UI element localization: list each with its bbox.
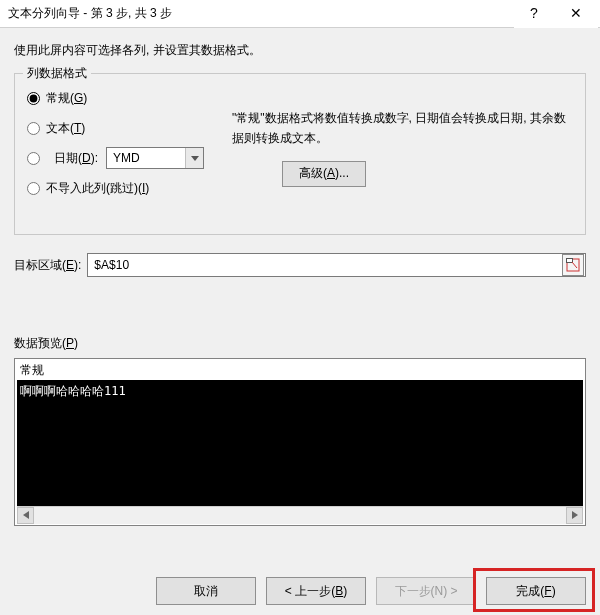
destination-row: 目标区域(E): (14, 253, 586, 277)
scrollbar-track[interactable] (34, 507, 566, 524)
radio-text-row[interactable]: 文本(T) (27, 118, 222, 138)
next-button: 下一步(N) > (376, 577, 476, 605)
radio-skip-label: 不导入此列(跳过)(I) (46, 180, 149, 197)
radio-skip-row[interactable]: 不导入此列(跳过)(I) (27, 178, 222, 198)
group-caption: 列数据格式 (23, 65, 91, 82)
scroll-right-button[interactable] (566, 507, 583, 524)
radio-skip[interactable] (27, 182, 40, 195)
chevron-down-icon (185, 148, 203, 168)
range-picker-button[interactable] (562, 254, 584, 276)
finish-button[interactable]: 完成(F) (486, 577, 586, 605)
destination-label: 目标区域(E): (14, 257, 81, 274)
horizontal-scrollbar[interactable] (17, 506, 583, 523)
radio-text-label: 文本(T) (46, 120, 85, 137)
titlebar: 文本分列向导 - 第 3 步, 共 3 步 ? ✕ (0, 0, 600, 28)
window-title: 文本分列向导 - 第 3 步, 共 3 步 (8, 5, 172, 22)
instruction-text: 使用此屏内容可选择各列, 并设置其数据格式。 (14, 42, 586, 59)
preview-body: 啊啊啊哈哈哈哈111 (17, 381, 583, 506)
chevron-left-icon (23, 511, 29, 519)
dialog-button-row: 取消 < 上一步(B) 下一步(N) > 完成(F) (156, 577, 586, 605)
preview-box: 常规 啊啊啊哈哈哈哈111 (14, 358, 586, 526)
dialog-content: 使用此屏内容可选择各列, 并设置其数据格式。 列数据格式 常规(G) 文本(T)… (0, 28, 600, 615)
date-format-combo[interactable]: YMD (106, 147, 204, 169)
radio-text[interactable] (27, 122, 40, 135)
date-format-value: YMD (113, 151, 185, 165)
back-button[interactable]: < 上一步(B) (266, 577, 366, 605)
close-icon: ✕ (570, 5, 582, 21)
format-hint: "常规"数据格式将数值转换成数字, 日期值会转换成日期, 其余数据则转换成文本。 (232, 108, 573, 149)
range-picker-icon (566, 258, 580, 272)
preview-column-header[interactable]: 常规 (17, 361, 583, 381)
scroll-left-button[interactable] (17, 507, 34, 524)
advanced-button[interactable]: 高级(A)... (282, 161, 366, 187)
radio-general[interactable] (27, 92, 40, 105)
radio-date[interactable] (27, 152, 40, 165)
svg-rect-1 (567, 259, 573, 263)
help-icon: ? (530, 5, 538, 21)
preview-scroll: 常规 啊啊啊哈哈哈哈111 (17, 361, 583, 506)
close-button[interactable]: ✕ (554, 0, 598, 28)
column-format-group: 列数据格式 常规(G) 文本(T) 日期(D): YMD (14, 73, 586, 235)
preview-row-1: 啊啊啊哈哈哈哈111 (20, 384, 126, 398)
destination-input[interactable] (88, 254, 561, 276)
preview-label: 数据预览(P) (14, 335, 586, 352)
cancel-button[interactable]: 取消 (156, 577, 256, 605)
radio-general-row[interactable]: 常规(G) (27, 88, 222, 108)
radio-date-row[interactable]: 日期(D): YMD (27, 148, 222, 168)
chevron-right-icon (572, 511, 578, 519)
destination-input-wrap (87, 253, 586, 277)
help-button[interactable]: ? (514, 0, 554, 28)
radio-general-label: 常规(G) (46, 90, 87, 107)
radio-date-label: 日期(D): (54, 150, 98, 167)
